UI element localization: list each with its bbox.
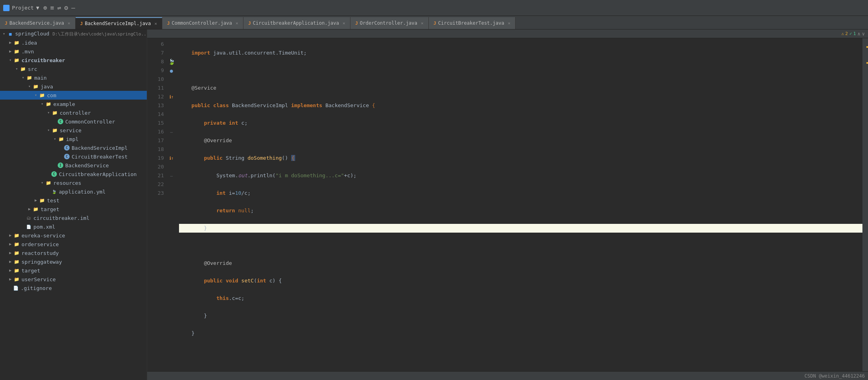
- tab-close-icon[interactable]: ×: [421, 21, 424, 26]
- code-line-23: [179, 347, 862, 355]
- project-menu[interactable]: Project ▼: [3, 5, 39, 11]
- tree-label: BackendService: [65, 163, 109, 168]
- tree-item-springgateway[interactable]: ▶ 📁 springgateway: [0, 257, 147, 266]
- tree-item-circuitbreaker[interactable]: ▾ 📁 circuitbreaker: [0, 56, 147, 65]
- tree-item-idea[interactable]: ▶ 📁 .idea: [0, 38, 147, 47]
- toolbar-icon-swap[interactable]: ⇌: [57, 4, 61, 12]
- tree-label: application.yml: [59, 189, 105, 195]
- tree-arrow: ▶: [8, 259, 13, 264]
- tab-close-icon[interactable]: ×: [154, 21, 157, 26]
- tree-item-test[interactable]: ▶ 📁 test: [0, 196, 147, 205]
- tree-label: .mvn: [21, 49, 34, 55]
- java-class-icon: C: [51, 171, 57, 177]
- code-content[interactable]: import java.util.concurrent.TimeUnit; @S…: [176, 38, 862, 371]
- tree-item-target-inner[interactable]: ▶ 📁 target: [0, 205, 147, 214]
- tab-circuitbreakertest-java[interactable]: J CircuitBreakerTest.java ×: [429, 17, 516, 29]
- tree-item-backendserviceimpl[interactable]: C BackendServiceImpl: [0, 143, 147, 152]
- tree-item-userservice[interactable]: ▶ 📁 userService: [0, 275, 147, 284]
- folder-icon: 📁: [14, 267, 20, 274]
- tab-circuitbreakerapplication-java[interactable]: J CircuitbreakerApplication.java ×: [243, 17, 350, 29]
- toolbar-icon-minimize[interactable]: —: [71, 4, 75, 12]
- tree-item-controller[interactable]: ▾ 📁 controller: [0, 108, 147, 117]
- project-dropdown-arrow[interactable]: ▼: [36, 5, 39, 11]
- line-num-23: 23: [149, 189, 164, 198]
- toolbar-icon-globe[interactable]: ⊕: [43, 4, 47, 12]
- line-num-11: 11: [149, 84, 164, 92]
- project-folder-icon: ■: [7, 31, 14, 37]
- gutter-9[interactable]: ●: [167, 66, 176, 75]
- tree-item-circuitbreakertest[interactable]: C CircuitBreakerTest: [0, 152, 147, 161]
- folder-icon: 📁: [33, 83, 39, 90]
- toolbar-icon-list[interactable]: ≡: [50, 4, 54, 12]
- tree-item-circuitbreakerapplication[interactable]: C CircuitbreakerApplication: [0, 170, 147, 178]
- tree-item-java-folder[interactable]: ▾ 📁 java: [0, 82, 147, 91]
- toolbar-icon-gear[interactable]: ⚙: [64, 4, 68, 12]
- folder-icon: 📁: [14, 232, 20, 239]
- code-editor: 6 7 8 9 10 11 12 13 14 15 16 17 18 19 20…: [147, 38, 868, 371]
- folder-icon: 📁: [52, 110, 58, 116]
- tree-item-resources[interactable]: ▾ 📁 resources: [0, 178, 147, 187]
- tab-label: OrderController.java: [360, 20, 418, 26]
- nav-up-button[interactable]: ∧: [858, 31, 860, 37]
- tree-item-reactorstudy[interactable]: ▶ 📁 reactorstudy: [0, 249, 147, 257]
- tree-item-com[interactable]: ▾ 📁 com: [0, 91, 147, 100]
- gutter-13: [167, 101, 176, 110]
- tree-item-mvn[interactable]: ▶ 📁 .mvn: [0, 47, 147, 56]
- tree-item-springcloud[interactable]: ▾ ■ springCloud D:\工作目录\dev\code\java\sp…: [0, 29, 147, 38]
- tree-label: orderservice: [21, 241, 59, 247]
- gutter-8[interactable]: 🍃: [167, 57, 176, 66]
- tree-item-main[interactable]: ▾ 📁 main: [0, 73, 147, 82]
- nav-down-button[interactable]: ∨: [862, 31, 865, 37]
- line-num-22: 22: [149, 180, 164, 189]
- tab-label: BackendService.java: [10, 20, 64, 26]
- folder-icon: 📁: [45, 180, 52, 186]
- tree-arrow: ▶: [8, 268, 13, 273]
- project-icon: [3, 5, 10, 11]
- tree-label: springCloud D:\工作目录\dev\code\java\spring…: [15, 31, 147, 37]
- tree-item-applicationyml[interactable]: 🍃 application.yml: [0, 187, 147, 196]
- tree-label: BackendServiceImpl: [72, 145, 128, 151]
- tree-label: src: [28, 66, 37, 72]
- tab-close-icon[interactable]: ×: [343, 21, 345, 26]
- code-line-11: @Override: [179, 136, 862, 145]
- warning-badge: ⚠ 2: [841, 31, 848, 36]
- tab-backendserviceimpl-java[interactable]: J BackendServiceImpl.java ×: [76, 17, 162, 29]
- tree-item-service[interactable]: ▾ 📁 service: [0, 126, 147, 135]
- tree-item-src[interactable]: ▾ 📁 src: [0, 65, 147, 73]
- yaml-icon: 🍃: [51, 188, 57, 195]
- toolbar-icons: ⊕ ≡ ⇌ ⚙ —: [43, 4, 75, 12]
- tree-item-eurekaservice[interactable]: ▶ 📁 eureka-service: [0, 231, 147, 240]
- tree-item-commoncontroller[interactable]: C CommonController: [0, 117, 147, 126]
- right-scrollbar[interactable]: [862, 38, 868, 371]
- tree-item-orderservice[interactable]: ▶ 📁 orderservice: [0, 240, 147, 249]
- tree-item-example[interactable]: ▾ 📁 example: [0, 100, 147, 108]
- line-num-18: 18: [149, 145, 164, 154]
- tab-ordercontroller-java[interactable]: J OrderController.java ×: [350, 17, 429, 29]
- tree-item-pomxml[interactable]: 📄 pom.xml: [0, 222, 147, 231]
- code-line-17: [179, 241, 862, 250]
- tree-item-target-root[interactable]: ▶ 📁 target: [0, 266, 147, 275]
- line-num-17: 17: [149, 136, 164, 145]
- tab-commoncontroller-java[interactable]: J CommonController.java ×: [162, 17, 243, 29]
- tab-backendservice-java[interactable]: J BackendService.java ×: [0, 17, 76, 29]
- tree-label: springgateway: [21, 259, 62, 265]
- gutter-14: [167, 110, 176, 119]
- gutter-21: —: [167, 171, 176, 180]
- tree-item-gitignore[interactable]: 📄 .gitignore: [0, 284, 147, 292]
- tab-close-icon[interactable]: ×: [68, 21, 70, 26]
- code-line-8: @Service: [179, 84, 862, 92]
- tree-arrow: ▾: [40, 102, 45, 106]
- tab-close-icon[interactable]: ×: [508, 21, 510, 26]
- tree-label: userService: [21, 276, 56, 282]
- tree-label: test: [47, 198, 59, 204]
- tree-arrow: ▶: [33, 198, 38, 203]
- error-badge: ✓ 1: [849, 31, 856, 36]
- gutter-19[interactable]: ℹ↑: [167, 154, 176, 163]
- tree-arrow: ▾: [27, 84, 32, 89]
- tab-close-icon[interactable]: ×: [235, 21, 238, 26]
- gutter-11: [167, 84, 176, 92]
- tree-item-backendservice[interactable]: I BackendService: [0, 161, 147, 170]
- tree-item-circuitbreakeriml[interactable]: 🗂 circuitbreaker.iml: [0, 214, 147, 222]
- tree-item-impl[interactable]: ▾ 📁 impl: [0, 135, 147, 143]
- gutter-12[interactable]: ℹ↑: [167, 92, 176, 101]
